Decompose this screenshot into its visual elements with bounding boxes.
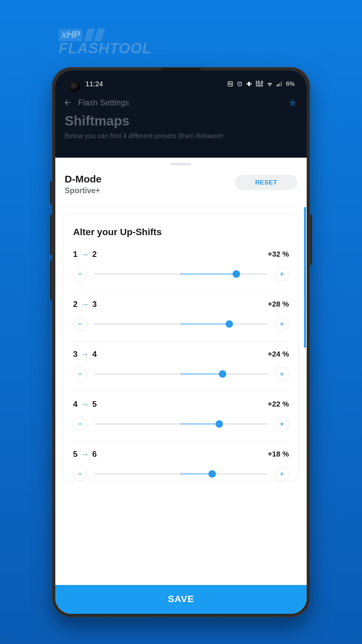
gear-pair: 1→2 (73, 250, 97, 259)
gear-pair: 3→4 (73, 350, 97, 359)
arrow-right-icon: → (81, 300, 89, 309)
gear-pair: 5→6 (73, 449, 97, 459)
page-description: Below you can find 4 different presets (… (55, 131, 307, 141)
shift-percent: +28 % (268, 300, 289, 309)
phone-side-button (50, 260, 52, 300)
status-bar: 11:24 15.0 KB/S 6% (55, 78, 307, 92)
arrow-right-icon: → (81, 399, 89, 409)
shift-card: Alter your Up-Shifts 1→2+32 %−+2→3+28 %−… (63, 214, 299, 481)
shift-row: 1→2+32 %−+ (73, 250, 289, 291)
shift-percent: +22 % (268, 400, 289, 409)
decrement-button[interactable]: − (73, 317, 87, 331)
decrement-button[interactable]: − (73, 367, 87, 381)
brand-logo: xHP FLASHTOOL (59, 29, 152, 57)
shift-slider[interactable] (95, 324, 267, 324)
shift-row: 2→3+28 %−+ (73, 300, 289, 341)
mode-title: D-Mode (65, 173, 102, 185)
mode-subtitle: Sportive+ (65, 186, 102, 195)
shift-row: 4→5+22 %−+ (73, 399, 289, 441)
slider-thumb[interactable] (216, 420, 223, 428)
svg-rect-2 (248, 82, 250, 86)
nfc-icon (227, 81, 233, 87)
slider-thumb[interactable] (233, 270, 240, 278)
app-header: 11:24 15.0 KB/S 6% Flash S (55, 70, 307, 158)
shift-percent: +32 % (268, 250, 289, 259)
vibrate-icon (246, 81, 252, 87)
shift-slider[interactable] (95, 424, 267, 424)
save-button[interactable]: SAVE (55, 585, 307, 614)
battery-pct: 6% (286, 80, 295, 88)
logo-badge: xHP (59, 29, 82, 41)
alarm-icon (237, 81, 243, 87)
phone-side-button (50, 215, 52, 255)
star-icon[interactable] (288, 98, 297, 107)
network-speed: 15.0 KB/S (255, 81, 263, 87)
shift-slider[interactable] (95, 474, 267, 474)
shift-slider[interactable] (95, 274, 267, 274)
signal-icon (277, 81, 283, 87)
section-title: Alter your Up-Shifts (73, 227, 289, 237)
increment-button[interactable]: + (275, 267, 289, 281)
page-title: Shiftmaps (55, 110, 307, 131)
phone-notch (161, 68, 201, 70)
decrement-button[interactable]: − (73, 467, 87, 481)
slider-thumb[interactable] (226, 320, 233, 328)
reset-button[interactable]: RESET (235, 175, 297, 190)
increment-button[interactable]: + (275, 417, 289, 431)
shift-percent: +24 % (268, 350, 289, 359)
decrement-button[interactable]: − (73, 417, 87, 431)
increment-button[interactable]: + (275, 467, 289, 481)
sheet-handle[interactable] (171, 163, 191, 165)
shift-row: 5→6+18 %−+ (73, 449, 289, 481)
increment-button[interactable]: + (275, 317, 289, 331)
phone-side-button (310, 215, 312, 265)
shift-row: 3→4+24 %−+ (73, 350, 289, 391)
slider-thumb[interactable] (208, 470, 216, 478)
phone-screen: 11:24 15.0 KB/S 6% Flash S (55, 70, 307, 614)
nav-bar: Flash Settings (55, 92, 307, 110)
bottom-sheet: D-Mode Sportive+ RESET Alter your Up-Shi… (55, 158, 307, 614)
gear-pair: 4→5 (73, 399, 97, 409)
wifi-icon (266, 81, 273, 87)
nav-title: Flash Settings (78, 98, 129, 107)
status-time: 11:24 (85, 80, 103, 88)
increment-button[interactable]: + (275, 367, 289, 381)
logo-text: FLASHTOOL (59, 40, 152, 57)
gear-pair: 2→3 (73, 300, 97, 309)
shift-percent: +18 % (268, 450, 289, 459)
arrow-right-icon: → (81, 449, 89, 459)
arrow-right-icon: → (81, 350, 89, 359)
svg-rect-3 (277, 85, 278, 87)
decrement-button[interactable]: − (73, 267, 87, 281)
svg-rect-6 (281, 82, 282, 86)
phone-side-button (50, 181, 52, 205)
shift-slider[interactable] (95, 374, 267, 374)
slider-thumb[interactable] (219, 370, 226, 378)
arrow-right-icon: → (81, 250, 89, 259)
scroll-indicator[interactable] (304, 207, 306, 348)
svg-rect-5 (280, 83, 281, 86)
shift-scroll-area[interactable]: Alter your Up-Shifts 1→2+32 %−+2→3+28 %−… (55, 207, 307, 585)
logo-stripes (86, 29, 103, 41)
back-icon[interactable] (63, 98, 72, 107)
phone-frame: 11:24 15.0 KB/S 6% Flash S (52, 67, 310, 617)
svg-rect-4 (278, 84, 279, 86)
camera-hole (69, 81, 80, 92)
